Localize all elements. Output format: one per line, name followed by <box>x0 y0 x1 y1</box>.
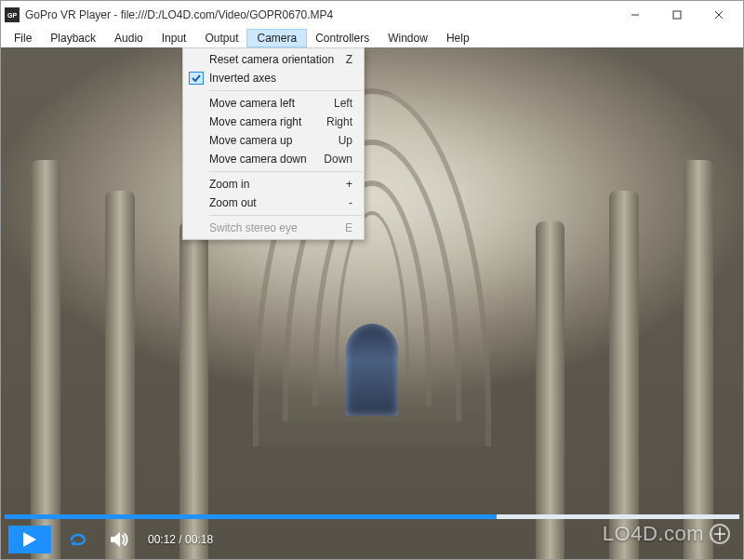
time-display: 00:12 / 00:18 <box>148 533 213 546</box>
window-controls <box>614 2 739 28</box>
camera-menu-dropdown: Reset camera orientation Z Inverted axes… <box>182 47 365 240</box>
watermark: LO4D.com <box>603 522 730 546</box>
menu-item-label: Zoom out <box>209 196 257 209</box>
check-icon <box>189 72 204 85</box>
video-frame <box>1 47 743 559</box>
menu-help[interactable]: Help <box>437 30 479 47</box>
menu-reset-camera-orientation[interactable]: Reset camera orientation Z <box>183 50 364 69</box>
menu-zoom-in[interactable]: Zoom in + <box>183 175 364 193</box>
menu-item-shortcut: Z <box>346 53 352 66</box>
menu-item-label: Zoom in <box>209 178 249 191</box>
window-title: GoPro VR Player - file:///D:/LO4D.com/Vi… <box>25 8 333 21</box>
volume-button[interactable] <box>107 527 133 553</box>
menu-separator <box>209 215 363 216</box>
progress-fill <box>5 514 497 519</box>
app-icon: GP <box>5 7 20 22</box>
minimize-button[interactable] <box>614 2 656 28</box>
menu-item-label: Move camera up <box>209 134 292 147</box>
menu-item-label: Inverted axes <box>209 72 276 85</box>
menu-switch-stereo-eye: Switch stereo eye E <box>183 219 364 237</box>
globe-icon <box>710 524 730 544</box>
loop-icon <box>69 531 89 548</box>
menu-camera[interactable]: Camera <box>247 30 306 47</box>
menu-move-camera-left[interactable]: Move camera left Left <box>183 94 364 113</box>
menu-item-shortcut: Right <box>326 115 352 128</box>
progress-bar[interactable] <box>5 514 739 519</box>
menu-item-shortcut: Down <box>324 153 352 166</box>
menu-item-label: Switch stereo eye <box>209 221 298 234</box>
menu-playback[interactable]: Playback <box>41 30 105 47</box>
menu-item-label: Move camera right <box>209 115 301 128</box>
menu-audio[interactable]: Audio <box>105 30 153 47</box>
menu-item-shortcut: - <box>349 196 352 209</box>
menu-input[interactable]: Input <box>153 30 196 47</box>
menubar: File Playback Audio Input Output Camera … <box>1 29 743 47</box>
volume-icon <box>111 531 129 548</box>
video-viewport[interactable]: Reset camera orientation Z Inverted axes… <box>1 47 743 559</box>
menu-item-label: Reset camera orientation <box>209 53 334 66</box>
close-button[interactable] <box>698 2 739 28</box>
menu-window[interactable]: Window <box>379 30 437 47</box>
maximize-button[interactable] <box>656 2 698 28</box>
menu-item-shortcut: Up <box>339 134 352 147</box>
menu-move-camera-down[interactable]: Move camera down Down <box>183 150 364 168</box>
titlebar: GP GoPro VR Player - file:///D:/LO4D.com… <box>1 1 743 29</box>
svg-marker-4 <box>23 532 36 547</box>
menu-output[interactable]: Output <box>195 30 247 47</box>
menu-item-shortcut: E <box>345 221 352 234</box>
menu-item-label: Move camera down <box>209 153 307 166</box>
menu-item-shortcut: Left <box>334 97 352 110</box>
menu-item-shortcut: + <box>346 178 352 191</box>
watermark-text: LO4D.com <box>603 522 704 546</box>
play-button[interactable] <box>8 526 51 553</box>
menu-separator <box>209 90 363 91</box>
svg-marker-6 <box>111 532 120 547</box>
menu-inverted-axes[interactable]: Inverted axes <box>183 69 364 87</box>
menu-move-camera-right[interactable]: Move camera right Right <box>183 113 364 131</box>
app-window: GP GoPro VR Player - file:///D:/LO4D.com… <box>0 0 744 560</box>
play-icon <box>23 532 36 547</box>
menu-item-label: Move camera left <box>209 97 295 110</box>
menu-separator <box>209 171 363 172</box>
menu-move-camera-up[interactable]: Move camera up Up <box>183 131 364 150</box>
loop-button[interactable] <box>66 527 92 553</box>
menu-file[interactable]: File <box>5 30 41 47</box>
menu-controllers[interactable]: Controllers <box>306 30 379 47</box>
svg-rect-1 <box>673 11 681 19</box>
menu-zoom-out[interactable]: Zoom out - <box>183 193 364 212</box>
